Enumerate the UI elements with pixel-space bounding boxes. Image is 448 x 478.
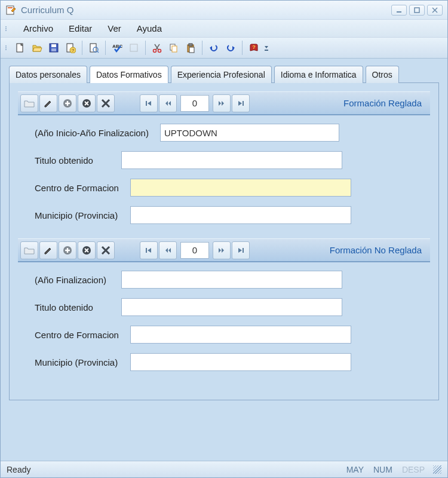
menu-ayuda[interactable]: Ayuda <box>134 22 164 35</box>
save-button[interactable] <box>46 40 62 56</box>
menubar: Archivo Editar Ver Ayuda <box>1 20 447 38</box>
svg-marker-59 <box>165 248 168 253</box>
edit-button[interactable] <box>39 94 57 112</box>
folder-button[interactable] <box>20 241 38 259</box>
menu-editar[interactable]: Editar <box>66 22 94 35</box>
svg-rect-41 <box>146 101 147 106</box>
folder-button[interactable] <box>20 94 38 112</box>
row-municipio2: Municipio (Provincia) <box>35 353 426 371</box>
svg-marker-63 <box>238 248 242 253</box>
status-may: MAY <box>342 465 369 474</box>
svg-point-21 <box>154 50 157 53</box>
row-municipio: Municipio (Provincia) <box>35 206 426 224</box>
record-counter: 0 <box>180 242 209 259</box>
label-municipio: Municipio (Provincia) <box>35 210 130 220</box>
tab-datos-personales[interactable]: Datos personales <box>9 66 87 83</box>
save-as-button[interactable]: ? <box>63 40 78 56</box>
add-button[interactable] <box>59 94 76 112</box>
row-centro2: Centro de Formacion <box>35 326 426 344</box>
input-centro[interactable] <box>130 179 351 197</box>
label-municipio2: Municipio (Provincia) <box>35 357 130 367</box>
menu-archivo[interactable]: Archivo <box>21 22 56 35</box>
remove-button[interactable] <box>78 241 96 259</box>
copy-button[interactable] <box>166 40 182 56</box>
input-titulo2[interactable] <box>121 298 342 316</box>
label-centro2: Centro de Formacion <box>35 330 130 340</box>
svg-marker-47 <box>238 101 242 106</box>
close-button[interactable] <box>427 5 443 16</box>
print-preview-button[interactable] <box>86 40 102 56</box>
first-button[interactable] <box>140 94 158 112</box>
tab-otros[interactable]: Otros <box>366 66 399 83</box>
section-header: 0 Formación No Reglada <box>18 238 430 262</box>
paste-button[interactable] <box>183 40 198 56</box>
input-municipio[interactable] <box>130 206 351 224</box>
app-window: Curriculum Q Archivo Editar Ver Ayuda ? … <box>0 0 448 478</box>
svg-rect-57 <box>146 248 147 253</box>
prev-button[interactable] <box>159 241 177 259</box>
svg-rect-26 <box>189 44 192 46</box>
input-ano-fin[interactable] <box>121 271 342 289</box>
svg-rect-1 <box>8 7 13 8</box>
status-text: Ready <box>7 465 342 474</box>
svg-marker-45 <box>219 101 221 106</box>
svg-text:ABC: ABC <box>112 44 123 49</box>
toolbar: ? ABC ? <box>1 38 447 59</box>
minimize-button[interactable] <box>391 5 407 16</box>
svg-rect-27 <box>189 47 194 53</box>
svg-marker-62 <box>222 248 224 253</box>
input-ano[interactable] <box>160 124 339 142</box>
add-button[interactable] <box>59 241 76 259</box>
svg-marker-46 <box>222 101 224 106</box>
spellcheck-button[interactable]: ABC <box>109 40 125 56</box>
svg-marker-60 <box>168 248 171 253</box>
window-title: Curriculum Q <box>21 5 391 15</box>
svg-rect-3 <box>415 8 419 13</box>
next-button[interactable] <box>213 241 231 259</box>
resize-grip[interactable] <box>433 465 441 474</box>
input-centro2[interactable] <box>130 326 351 344</box>
tab-idioma[interactable]: Idioma e Informatica <box>274 66 363 83</box>
svg-line-16 <box>97 51 99 53</box>
help-button[interactable]: ? <box>246 40 262 56</box>
cut-button[interactable] <box>149 40 165 56</box>
row-ano-fin: (Año Finalizacion) <box>35 271 426 289</box>
record-navigator: 0 <box>140 241 250 259</box>
first-button[interactable] <box>140 241 158 259</box>
status-num: NUM <box>369 465 397 474</box>
svg-rect-9 <box>51 44 56 47</box>
input-titulo[interactable] <box>121 151 342 169</box>
remove-button[interactable] <box>78 94 96 112</box>
svg-rect-48 <box>243 101 244 106</box>
label-titulo: Titulo obtenido <box>35 155 121 166</box>
undo-button[interactable] <box>206 40 222 56</box>
cancel-button[interactable] <box>97 94 115 112</box>
toolbar-separator <box>105 41 106 55</box>
cancel-button[interactable] <box>97 241 115 259</box>
last-button[interactable] <box>232 241 250 259</box>
maximize-button[interactable] <box>409 5 425 16</box>
svg-point-22 <box>158 50 161 53</box>
menubar-grip <box>5 22 9 35</box>
next-button[interactable] <box>213 94 231 112</box>
edit-button[interactable] <box>39 241 57 259</box>
prev-button[interactable] <box>159 94 177 112</box>
toolbar-grip <box>5 45 9 50</box>
svg-marker-42 <box>148 101 151 106</box>
new-button[interactable] <box>13 40 28 56</box>
disabled-button <box>126 40 142 56</box>
last-button[interactable] <box>232 94 250 112</box>
tab-datos-formativos[interactable]: Datos Formativos <box>90 66 168 83</box>
toolbar-overflow-button[interactable] <box>263 40 270 56</box>
toolbar-separator <box>145 41 146 55</box>
menu-ver[interactable]: Ver <box>105 22 124 35</box>
input-municipio2[interactable] <box>130 353 351 371</box>
row-titulo: Titulo obtenido <box>35 151 426 169</box>
svg-marker-61 <box>219 248 221 253</box>
svg-rect-64 <box>243 248 244 253</box>
open-button[interactable] <box>29 40 45 56</box>
redo-button[interactable] <box>223 40 238 56</box>
tab-experiencia[interactable]: Experiencia Profesional <box>171 66 272 83</box>
svg-text:?: ? <box>72 48 75 53</box>
svg-rect-10 <box>51 48 56 51</box>
